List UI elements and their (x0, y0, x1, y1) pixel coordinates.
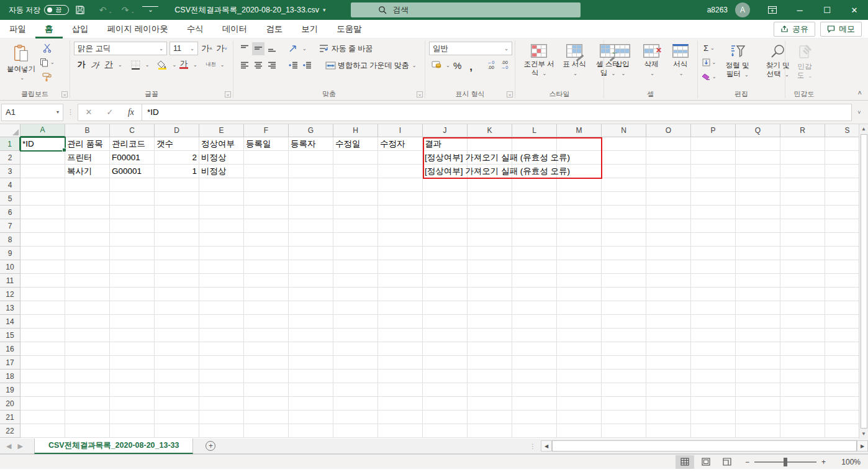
bold-icon[interactable]: 가 (75, 58, 88, 71)
share-button[interactable]: 공유 (774, 22, 815, 37)
cell-E18[interactable] (199, 370, 244, 383)
cell-K14[interactable] (468, 315, 512, 329)
cell-E22[interactable] (199, 424, 244, 438)
wrap-text-icon[interactable] (318, 42, 330, 55)
cell-L17[interactable] (512, 356, 557, 370)
cell-D21[interactable] (155, 411, 199, 424)
cell-R5[interactable] (780, 192, 825, 206)
cell-L18[interactable] (512, 370, 557, 383)
cell-R19[interactable] (780, 383, 825, 397)
cell-M16[interactable] (557, 342, 602, 356)
cell-C5[interactable] (110, 192, 155, 206)
cell-A11[interactable] (20, 274, 65, 288)
cell-N16[interactable] (602, 342, 646, 356)
cell-K17[interactable] (468, 356, 512, 370)
font-color-icon[interactable]: 가 (178, 58, 190, 71)
sensitivity-button[interactable]: 민감 도 ⌄ (791, 42, 818, 83)
cell-R15[interactable] (780, 329, 825, 342)
cell-D4[interactable] (155, 178, 199, 192)
page-layout-view-icon[interactable] (697, 455, 715, 469)
cell-A9[interactable] (20, 247, 65, 260)
cell-K9[interactable] (468, 247, 512, 260)
cell-P8[interactable] (691, 233, 736, 247)
cell-Q2[interactable] (736, 151, 780, 165)
cell-B17[interactable] (65, 356, 110, 370)
cell-E1[interactable]: 정상여부 (199, 137, 244, 151)
cell-Q13[interactable] (736, 301, 780, 315)
autosave-toggle[interactable]: 자동 저장 끔 (9, 5, 69, 16)
avatar[interactable]: A (735, 2, 750, 17)
cell-C22[interactable] (110, 424, 155, 438)
cell-P1[interactable] (691, 137, 736, 151)
cell-R11[interactable] (780, 274, 825, 288)
cell-I12[interactable] (378, 288, 423, 301)
column-header-L[interactable]: L (512, 124, 557, 137)
cell-D6[interactable] (155, 206, 199, 219)
cell-B9[interactable] (65, 247, 110, 260)
tab-view[interactable]: 보기 (292, 20, 327, 39)
cell-M7[interactable] (557, 219, 602, 233)
cell-E10[interactable] (199, 260, 244, 274)
cell-L16[interactable] (512, 342, 557, 356)
row-header-7[interactable]: 7 (0, 219, 20, 233)
cell-B5[interactable] (65, 192, 110, 206)
cell-J15[interactable] (423, 329, 468, 342)
cell-R7[interactable] (780, 219, 825, 233)
cell-H3[interactable] (333, 165, 378, 178)
font-name-select[interactable]: 맑은 고딕⌄ (74, 42, 167, 55)
cell-C1[interactable]: 관리코드 (110, 137, 155, 151)
cell-A6[interactable] (20, 206, 65, 219)
cell-F5[interactable] (244, 192, 289, 206)
cell-O7[interactable] (646, 219, 691, 233)
cell-R17[interactable] (780, 356, 825, 370)
cell-D11[interactable] (155, 274, 199, 288)
cell-H8[interactable] (333, 233, 378, 247)
tab-splitter-icon[interactable]: ⋮ (530, 443, 536, 450)
cell-P2[interactable] (691, 151, 736, 165)
cell-M1[interactable] (557, 137, 602, 151)
tab-help[interactable]: 도움말 (327, 20, 371, 39)
cell-F9[interactable] (244, 247, 289, 260)
cell-R1[interactable] (780, 137, 825, 151)
cell-G20[interactable] (289, 397, 333, 411)
cell-A4[interactable] (20, 178, 65, 192)
column-header-Q[interactable]: Q (736, 124, 780, 137)
ribbon-display-options-icon[interactable] (759, 0, 786, 20)
cell-J4[interactable] (423, 178, 468, 192)
redo-icon[interactable]: ↷⌄ (120, 5, 136, 15)
cell-M20[interactable] (557, 397, 602, 411)
cell-H21[interactable] (333, 411, 378, 424)
column-header-O[interactable]: O (646, 124, 691, 137)
cell-M21[interactable] (557, 411, 602, 424)
cell-D5[interactable] (155, 192, 199, 206)
cell-D10[interactable] (155, 260, 199, 274)
cell-C10[interactable] (110, 260, 155, 274)
cell-N7[interactable] (602, 219, 646, 233)
row-header-8[interactable]: 8 (0, 233, 20, 247)
cell-G7[interactable] (289, 219, 333, 233)
cell-E12[interactable] (199, 288, 244, 301)
insert-function-icon[interactable]: fx (120, 107, 142, 117)
cell-H4[interactable] (333, 178, 378, 192)
cell-I5[interactable] (378, 192, 423, 206)
cell-M9[interactable] (557, 247, 602, 260)
borders-icon[interactable] (130, 58, 142, 71)
zoom-in-icon[interactable]: + (821, 458, 826, 466)
cell-A5[interactable] (20, 192, 65, 206)
cell-A22[interactable] (20, 424, 65, 438)
cell-G6[interactable] (289, 206, 333, 219)
column-header-D[interactable]: D (155, 124, 199, 137)
cell-I13[interactable] (378, 301, 423, 315)
row-header-12[interactable]: 12 (0, 288, 20, 301)
cell-G19[interactable] (289, 383, 333, 397)
column-header-J[interactable]: J (423, 124, 468, 137)
cell-P16[interactable] (691, 342, 736, 356)
merge-center-label[interactable]: 병합하고 가운데 맞춤 (338, 60, 409, 71)
cell-I9[interactable] (378, 247, 423, 260)
zoom-out-icon[interactable]: − (745, 458, 749, 466)
column-header-M[interactable]: M (557, 124, 602, 137)
cell-K19[interactable] (468, 383, 512, 397)
cell-P14[interactable] (691, 315, 736, 329)
cell-O9[interactable] (646, 247, 691, 260)
cell-C17[interactable] (110, 356, 155, 370)
